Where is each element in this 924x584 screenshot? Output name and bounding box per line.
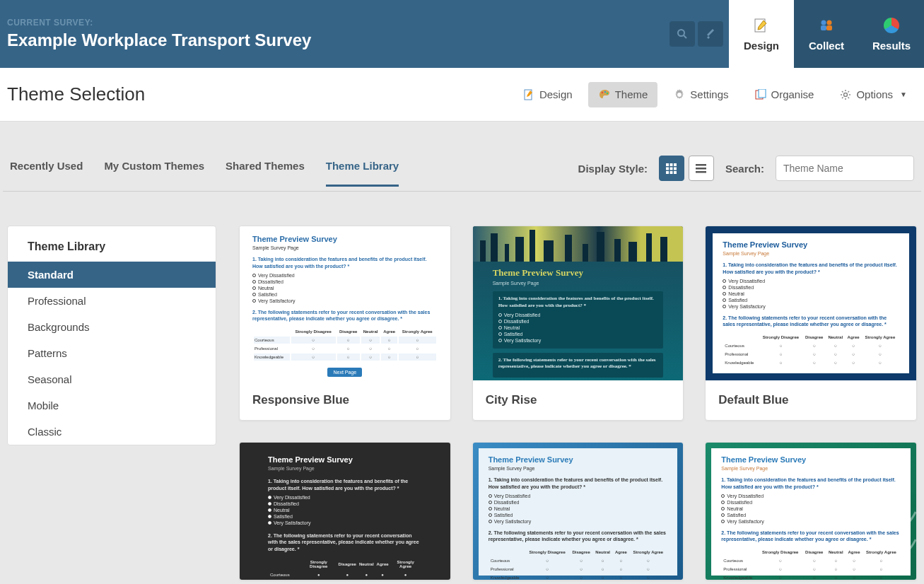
search-icon-button[interactable] xyxy=(669,21,695,47)
preview-table: Strongly DisagreeDisagreeNeutralAgreeStr… xyxy=(252,327,438,362)
tab-design[interactable]: Design xyxy=(729,0,794,68)
sidebar-item-backgrounds[interactable]: Backgrounds xyxy=(8,314,216,340)
search-input[interactable] xyxy=(776,156,914,181)
filter-tabs: Recently Used My Custom Themes Shared Th… xyxy=(10,160,399,187)
preview-opt: Neutral xyxy=(723,291,899,296)
sidebar-item-patterns[interactable]: Patterns xyxy=(8,340,216,366)
subtab-theme[interactable]: Theme xyxy=(588,82,658,107)
preview-opt: Very Dissatisfied xyxy=(723,279,899,284)
subtab-organise[interactable]: Organise xyxy=(744,82,824,107)
preview-opt: Very Satisfactory xyxy=(489,519,668,524)
preview-next-btn: Next Page xyxy=(327,368,362,377)
svg-rect-38 xyxy=(660,237,667,262)
preview-opt: Neutral xyxy=(252,286,438,291)
svg-point-9 xyxy=(604,90,605,92)
subtab-design-label: Design xyxy=(539,88,573,100)
sidebar-item-standard[interactable]: Standard xyxy=(8,262,216,288)
filter-my-custom[interactable]: My Custom Themes xyxy=(104,160,204,187)
palette-icon xyxy=(598,88,611,101)
tab-results-label: Results xyxy=(872,40,911,52)
subtab-options[interactable]: Options ▼ xyxy=(829,82,917,107)
svg-point-3 xyxy=(821,20,826,25)
filter-bar: Recently Used My Custom Themes Shared Th… xyxy=(3,122,921,192)
theme-card-default-blue[interactable]: Theme Preview Survey Sample Survey Page … xyxy=(705,226,917,421)
preview-opt: Very Satisfactory xyxy=(721,519,901,524)
list-view-button[interactable] xyxy=(689,156,714,181)
theme-preview: Theme Preview Survey Sample Survey Page … xyxy=(473,226,684,380)
preview-subtitle: Sample Survey Page xyxy=(723,251,899,256)
svg-rect-22 xyxy=(674,171,677,174)
theme-card-water[interactable]: Theme Preview Survey Sample Survey Page … xyxy=(472,442,684,580)
subtab-design[interactable]: Design xyxy=(513,82,583,107)
theme-card-city-rise[interactable]: Theme Preview Survey Sample Survey Page … xyxy=(472,226,684,421)
preview-opt: Satisfied xyxy=(252,292,438,297)
sub-header: Theme Selection Design Theme Settings Or… xyxy=(0,68,924,122)
svg-rect-25 xyxy=(696,171,706,173)
sidebar-item-seasonal[interactable]: Seasonal xyxy=(8,366,216,392)
preview-opt: Dissatisfied xyxy=(721,500,901,505)
category-sidebar: Theme Library Standard Professional Back… xyxy=(7,226,216,445)
svg-rect-31 xyxy=(544,240,554,262)
preview-opt: Very Satisfactory xyxy=(498,338,658,343)
subtab-settings[interactable]: Settings xyxy=(663,82,738,107)
grid-view-button[interactable] xyxy=(659,156,684,181)
gear-icon xyxy=(673,88,686,101)
svg-line-1 xyxy=(684,35,686,38)
svg-point-4 xyxy=(827,20,832,25)
theme-card-green[interactable]: Theme Preview Survey Sample Survey Page … xyxy=(705,442,917,580)
preview-q1: 1. Taking into consideration the feature… xyxy=(723,262,899,276)
preview-opt: Dissatisfied xyxy=(723,285,899,290)
preview-title: Theme Preview Survey xyxy=(493,267,664,279)
tools-icon-button[interactable] xyxy=(698,21,723,47)
preview-q2: 2. The following statements refer to you… xyxy=(498,357,658,371)
svg-point-13 xyxy=(844,93,848,96)
sidebar-item-professional[interactable]: Professional xyxy=(8,288,216,314)
preview-subtitle: Sample Survey Page xyxy=(493,281,664,286)
preview-opt: Satisfied xyxy=(498,332,658,337)
preview-opt: Dissatisfied xyxy=(252,279,438,284)
preview-title: Theme Preview Survey xyxy=(721,455,901,464)
top-header: CURRENT SURVEY: Example Workplace Transp… xyxy=(0,0,924,68)
svg-rect-6 xyxy=(826,25,832,30)
preview-q2: 2. The following statements refer to you… xyxy=(252,309,438,323)
theme-card-responsive-blue[interactable]: Theme Preview Survey Sample Survey Page … xyxy=(239,226,451,421)
filter-library[interactable]: Theme Library xyxy=(326,160,399,187)
theme-name: Responsive Blue xyxy=(240,380,450,420)
chevron-down-icon: ▼ xyxy=(900,90,907,98)
theme-card-chalkboard[interactable]: Theme Preview Survey Sample Survey Page … xyxy=(239,442,451,580)
sidebar-item-mobile[interactable]: Mobile xyxy=(8,392,216,419)
theme-name: Default Blue xyxy=(706,380,916,420)
filter-recently-used[interactable]: Recently Used xyxy=(10,160,83,187)
theme-name: City Rise xyxy=(473,380,684,420)
tab-results[interactable]: Results xyxy=(859,0,924,68)
grid-icon xyxy=(666,163,677,174)
svg-rect-28 xyxy=(505,244,509,262)
preview-q2: 2. The following statements refer to you… xyxy=(723,315,899,329)
preview-opt: Neutral xyxy=(498,325,658,330)
preview-opt: Neutral xyxy=(489,506,668,511)
preview-q1: 1. Taking into consideration the feature… xyxy=(721,477,901,491)
preview-opt: Very Dissatisfied xyxy=(489,494,668,498)
tab-collect[interactable]: Collect xyxy=(794,0,859,68)
svg-rect-15 xyxy=(670,163,673,166)
svg-rect-30 xyxy=(530,230,535,262)
preview-opt: Dissatisfied xyxy=(268,501,422,506)
svg-rect-20 xyxy=(666,171,669,174)
preview-q2: 2. The following statements refer to you… xyxy=(721,530,901,544)
preview-title: Theme Preview Survey xyxy=(489,455,668,464)
results-icon xyxy=(883,17,900,34)
svg-point-10 xyxy=(606,92,607,93)
svg-rect-12 xyxy=(759,89,766,98)
filter-shared[interactable]: Shared Themes xyxy=(226,160,305,187)
tab-design-label: Design xyxy=(744,40,779,52)
svg-rect-16 xyxy=(674,163,677,166)
theme-preview: Theme Preview Survey Sample Survey Page … xyxy=(240,226,450,380)
preview-q1: 1. Taking into consideration the feature… xyxy=(268,478,422,492)
preview-table: Strongly DisagreeDisagreeNeutralAgreeStr… xyxy=(268,557,422,580)
svg-rect-5 xyxy=(821,25,826,30)
survey-title: Example Workplace Transport Survey xyxy=(7,30,669,50)
subtab-organise-label: Organise xyxy=(771,88,814,100)
sidebar-item-classic[interactable]: Classic xyxy=(8,419,216,445)
preview-subtitle: Sample Survey Page xyxy=(252,245,438,250)
preview-table: Strongly DisagreeDisagreeNeutralAgreeStr… xyxy=(723,332,899,368)
